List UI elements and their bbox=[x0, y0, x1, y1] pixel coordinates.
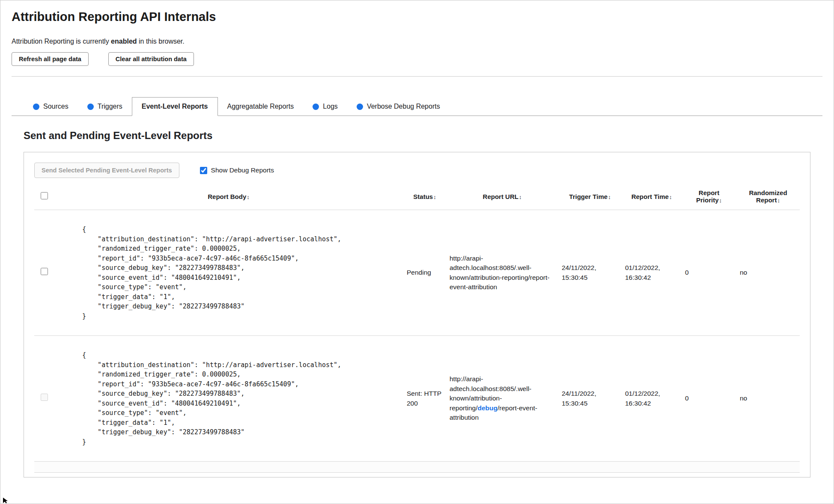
sort-icon: ↕ bbox=[719, 197, 722, 204]
sort-icon: ↕ bbox=[608, 194, 611, 200]
page-actions: Refresh all page data Clear all attribut… bbox=[12, 52, 822, 66]
table-header-row: Report Body↕ Status↕ Report URL↕ Trigger… bbox=[34, 185, 800, 210]
reports-panel: Send Selected Pending Event-Level Report… bbox=[24, 152, 810, 477]
tab-label: Logs bbox=[323, 103, 338, 110]
select-all-checkbox[interactable] bbox=[41, 192, 48, 199]
trigger-time-cell: 24/11/2022, 15:30:45 bbox=[558, 336, 622, 462]
clear-button[interactable]: Clear all attribution data bbox=[108, 52, 194, 66]
row-select-cell bbox=[34, 336, 54, 462]
report-body-json: { "attribution_destination": "http://ara… bbox=[57, 339, 400, 458]
status-suffix: in this browser. bbox=[137, 38, 185, 45]
column-header-select bbox=[34, 185, 54, 210]
status-cell: Sent: HTTP 200 bbox=[403, 336, 446, 462]
randomized-report-cell: no bbox=[736, 336, 800, 462]
column-header-trigger-time[interactable]: Trigger Time↕ bbox=[558, 185, 622, 210]
status-text: Attribution Reporting is currently enabl… bbox=[12, 38, 822, 45]
table-row: { "attribution_destination": "http://ara… bbox=[34, 336, 800, 462]
page-title: Attribution Reporting API Internals bbox=[12, 10, 822, 24]
tab-event-level-reports[interactable]: Event-Level Reports bbox=[132, 97, 218, 116]
tab-dot-icon bbox=[87, 104, 94, 110]
show-debug-control[interactable]: Show Debug Reports bbox=[200, 166, 274, 174]
reports-table: Report Body↕ Status↕ Report URL↕ Trigger… bbox=[34, 185, 800, 462]
row-select-cell bbox=[34, 210, 54, 336]
report-url-cell: http://arapi-adtech.localhost:8085/.well… bbox=[446, 210, 558, 336]
tab-dot-icon bbox=[33, 104, 39, 110]
column-header-report-url[interactable]: Report URL↕ bbox=[446, 185, 558, 210]
column-label: Report Time bbox=[631, 193, 669, 200]
tab-dot-icon bbox=[357, 104, 363, 110]
show-debug-checkbox[interactable] bbox=[200, 167, 207, 174]
report-body-json: { "attribution_destination": "http://ara… bbox=[57, 213, 400, 332]
status-enabled: enabled bbox=[111, 38, 137, 45]
column-header-report-body[interactable]: Report Body↕ bbox=[54, 185, 403, 210]
column-header-status[interactable]: Status↕ bbox=[403, 185, 446, 210]
tab-dot-icon bbox=[313, 104, 319, 110]
report-time-cell: 01/12/2022, 16:30:42 bbox=[622, 336, 682, 462]
tab-logs[interactable]: Logs bbox=[303, 98, 347, 116]
sort-icon: ↕ bbox=[433, 194, 436, 200]
tab-aggregatable-reports[interactable]: Aggregatable Reports bbox=[218, 98, 304, 116]
tab-label: Sources bbox=[43, 103, 69, 110]
divider bbox=[12, 76, 822, 77]
attribution-internals-page: Attribution Reporting API Internals Attr… bbox=[0, 0, 834, 504]
row-select-checkbox[interactable] bbox=[41, 394, 48, 401]
column-label: Report Priority bbox=[696, 189, 719, 204]
tab-sources[interactable]: Sources bbox=[24, 98, 78, 116]
mouse-cursor-icon bbox=[3, 498, 9, 504]
report-priority-cell: 0 bbox=[682, 210, 736, 336]
tab-triggers[interactable]: Triggers bbox=[78, 98, 132, 116]
tab-label: Verbose Debug Reports bbox=[367, 103, 440, 110]
trigger-time-cell: 24/11/2022, 15:30:45 bbox=[558, 210, 622, 336]
tab-strip: Sources Triggers Event-Level Reports Agg… bbox=[12, 97, 822, 116]
report-body-cell: { "attribution_destination": "http://ara… bbox=[54, 336, 403, 462]
sort-icon: ↕ bbox=[519, 194, 522, 200]
show-debug-label: Show Debug Reports bbox=[211, 166, 274, 174]
table-row: { "attribution_destination": "http://ara… bbox=[34, 210, 800, 336]
status-cell: Pending bbox=[403, 210, 446, 336]
report-url-cell: http://arapi-adtech.localhost:8085/.well… bbox=[446, 336, 558, 462]
column-header-report-time[interactable]: Report Time↕ bbox=[622, 185, 682, 210]
report-time-cell: 01/12/2022, 16:30:42 bbox=[622, 210, 682, 336]
tab-label: Aggregatable Reports bbox=[227, 103, 294, 110]
url-debug-highlight: debug bbox=[477, 404, 497, 412]
report-priority-cell: 0 bbox=[682, 336, 736, 462]
section-heading: Sent and Pending Event-Level Reports bbox=[24, 130, 822, 142]
randomized-report-cell: no bbox=[736, 210, 800, 336]
column-label: Status bbox=[413, 193, 433, 200]
sort-icon: ↕ bbox=[247, 194, 250, 200]
tab-label: Event-Level Reports bbox=[142, 103, 208, 110]
tab-label: Triggers bbox=[98, 103, 122, 110]
column-header-report-priority[interactable]: Report Priority↕ bbox=[682, 185, 736, 210]
sort-icon: ↕ bbox=[669, 194, 672, 200]
row-select-checkbox[interactable] bbox=[41, 268, 48, 275]
refresh-button[interactable]: Refresh all page data bbox=[12, 52, 89, 66]
status-prefix: Attribution Reporting is currently bbox=[12, 38, 111, 45]
report-body-cell: { "attribution_destination": "http://ara… bbox=[54, 210, 403, 336]
table-footer bbox=[34, 462, 800, 473]
column-label: Randomized Report bbox=[749, 189, 787, 204]
sort-icon: ↕ bbox=[777, 197, 780, 204]
column-label: Report Body bbox=[208, 193, 246, 200]
reports-toolbar: Send Selected Pending Event-Level Report… bbox=[34, 163, 800, 178]
column-label: Trigger Time bbox=[569, 193, 608, 200]
column-label: Report URL bbox=[483, 193, 518, 200]
send-pending-button[interactable]: Send Selected Pending Event-Level Report… bbox=[34, 163, 179, 178]
url-prefix: http://arapi-adtech.localhost:8085/.well… bbox=[450, 255, 531, 281]
column-header-randomized-report[interactable]: Randomized Report↕ bbox=[736, 185, 800, 210]
tab-verbose-debug-reports[interactable]: Verbose Debug Reports bbox=[347, 98, 450, 116]
